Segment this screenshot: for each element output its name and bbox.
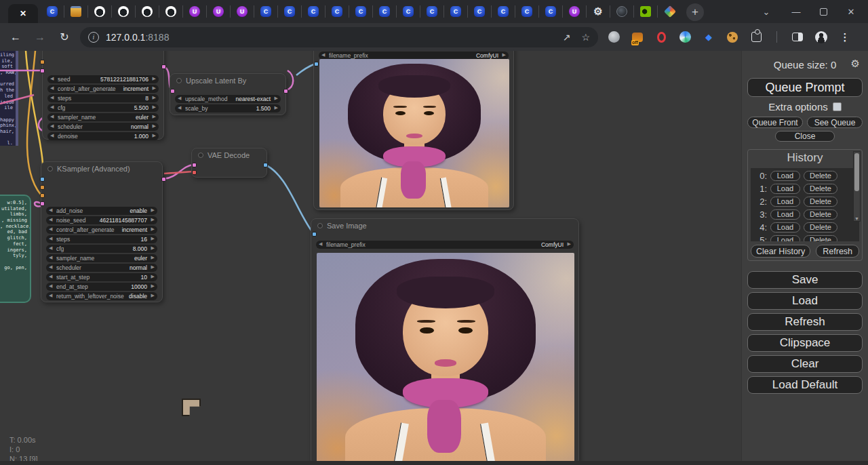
back-button[interactable]: ← [7, 31, 24, 43]
reload-button[interactable]: ↻ [56, 31, 73, 43]
upscale-latent-node[interactable]: Upscale Latent By upscale_method nearest… [170, 73, 286, 115]
slot-vae-image-out[interactable] [263, 163, 268, 167]
browser-menu-kebab-icon[interactable]: ⋮ [839, 31, 851, 43]
history-delete-button[interactable]: Delete [804, 197, 837, 207]
blue-gem-extension-icon[interactable]: ◆ [703, 31, 715, 43]
pinned-tab[interactable] [183, 5, 207, 18]
slot-save-image-in[interactable] [312, 232, 317, 237]
queue-front-button[interactable]: Queue Front [747, 117, 803, 128]
pinned-tab[interactable] [539, 5, 563, 18]
minimize-window-button[interactable]: — [790, 7, 802, 17]
pinned-tab[interactable] [373, 5, 397, 18]
pinned-tab[interactable] [658, 5, 682, 18]
menu-button[interactable]: Save [747, 271, 863, 289]
slot-positive[interactable] [40, 185, 45, 190]
history-refresh-button[interactable]: Refresh [816, 245, 859, 258]
scroll-down-arrow-icon[interactable]: ▼ [854, 216, 860, 221]
site-info-icon[interactable]: i [88, 32, 99, 43]
node-widget[interactable]: upscale_method nearest-exact [175, 95, 281, 103]
forward-button[interactable]: → [31, 31, 49, 43]
pinned-tab[interactable] [349, 5, 373, 18]
pinned-tab[interactable] [254, 5, 278, 18]
slot-upscale-out[interactable] [283, 89, 288, 94]
slot-model[interactable] [40, 177, 45, 182]
collapse-dot-icon[interactable] [198, 153, 203, 158]
slot-latent[interactable] [40, 68, 45, 73]
menu-button[interactable]: Load Default [747, 376, 863, 394]
queue-prompt-button[interactable]: Queue Prompt [747, 78, 863, 97]
pinned-tab[interactable] [587, 5, 610, 18]
menu-button[interactable]: Load [747, 292, 863, 310]
slot-vae-samples[interactable] [192, 163, 197, 167]
ksampler-node[interactable]: seed 578122121881706 control_after_gener… [42, 51, 164, 140]
kettle-extension-icon[interactable]: off [632, 33, 643, 42]
history-delete-button[interactable]: Delete [804, 222, 837, 232]
node-widget[interactable]: cfg 8.000 [46, 245, 157, 253]
node-widget[interactable]: steps 8 [47, 94, 159, 102]
history-delete-button[interactable]: Delete [804, 209, 837, 220]
close-window-button[interactable]: ✕ [845, 7, 857, 17]
node-widget[interactable]: end_at_step 10000 [46, 283, 157, 291]
profile-avatar[interactable] [815, 31, 827, 43]
node-widget[interactable]: seed 578122121881706 [47, 75, 159, 83]
pinned-tab[interactable] [231, 5, 254, 18]
node-widget[interactable]: scheduler normal [47, 123, 159, 131]
slot-vae[interactable] [192, 170, 197, 175]
side-panel-icon[interactable] [792, 33, 803, 41]
node-widget[interactable]: control_after_generate increment [47, 85, 159, 93]
restore-window-button[interactable] [820, 8, 827, 16]
collapse-dot-icon[interactable] [176, 78, 182, 83]
red-ring-extension-icon[interactable] [657, 32, 666, 43]
pinned-tab[interactable] [610, 5, 634, 18]
history-delete-button[interactable]: Delete [804, 235, 837, 242]
pinned-tab[interactable] [207, 5, 231, 18]
pinned-tab[interactable] [634, 5, 658, 18]
pinned-tab[interactable] [159, 5, 183, 18]
history-scrollbar[interactable]: ▼ [853, 151, 861, 222]
node-widget[interactable]: steps 16 [46, 235, 157, 243]
node-widget[interactable]: scale_by 1.500 [175, 104, 281, 113]
save-image-node-top[interactable]: filename_prefix ComfyUI [313, 51, 514, 210]
ksampler-advanced-node[interactable]: KSampler (Advanced) add_noise enable noi… [41, 161, 163, 302]
collapse-dot-icon[interactable] [317, 223, 323, 228]
slot-upscale-in[interactable] [170, 89, 175, 94]
slot-save-image-top-in[interactable] [314, 62, 319, 66]
pinned-tab[interactable] [302, 5, 326, 18]
slot-conditioning[interactable] [40, 60, 45, 64]
node-graph-canvas[interactable]: ilingile,soft, RAW,urredh theledisideile… [0, 51, 741, 465]
slot-latent-out-adv[interactable] [161, 177, 166, 182]
slot-latent-out[interactable] [161, 64, 166, 69]
extensions-puzzle-icon[interactable] [751, 32, 762, 42]
node-widget[interactable]: sampler_name euler [46, 254, 157, 262]
collapse-dot-icon[interactable] [47, 166, 53, 171]
pinned-tab[interactable] [515, 5, 539, 18]
slot-latent-image[interactable] [40, 201, 45, 206]
history-delete-button[interactable]: Delete [804, 171, 837, 181]
tab-search-chevron-icon[interactable]: ⌄ [760, 7, 772, 17]
cookie-extension-icon[interactable] [727, 32, 738, 43]
pinned-tab[interactable] [468, 5, 492, 18]
pinned-tab[interactable] [136, 5, 159, 18]
blue-sphere-extension-icon[interactable] [679, 31, 691, 43]
slot-negative[interactable] [40, 193, 45, 198]
pinned-tab[interactable] [420, 5, 444, 18]
url-text[interactable]: 127.0.0.1:8188 [106, 32, 169, 43]
node-widget[interactable]: denoise 1.000 [47, 132, 159, 140]
extra-options-checkbox[interactable] [833, 102, 842, 111]
history-load-button[interactable]: Load [770, 235, 800, 242]
history-load-button[interactable]: Load [770, 171, 800, 181]
node-widget[interactable]: filename_prefix ComfyUI [316, 241, 574, 249]
node-widget[interactable]: cfg 5.500 [47, 104, 159, 112]
globe-extension-icon[interactable] [608, 31, 620, 43]
node-widget[interactable]: add_noise enable [46, 207, 157, 215]
node-widget[interactable]: noise_seed 462118145887707 [46, 216, 157, 224]
pinned-tab[interactable] [41, 5, 64, 18]
pinned-tab[interactable] [278, 5, 302, 18]
history-load-button[interactable]: Load [770, 197, 800, 207]
history-load-button[interactable]: Load [770, 184, 800, 194]
save-image-node[interactable]: Save Image filename_prefix ComfyUI [311, 218, 579, 465]
pinned-tab[interactable] [444, 5, 468, 18]
bookmark-star-icon[interactable]: ☆ [581, 32, 590, 43]
vae-decode-node[interactable]: VAE Decode [191, 148, 267, 178]
share-icon[interactable]: ↗ [563, 32, 571, 43]
